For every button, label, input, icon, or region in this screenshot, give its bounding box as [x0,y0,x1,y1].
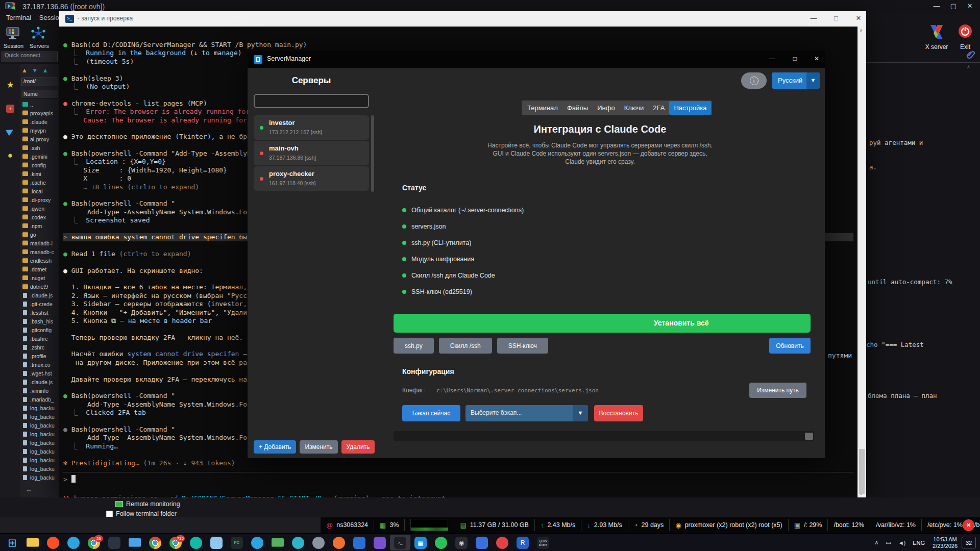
tab-Файлы[interactable]: Файлы [562,101,593,115]
macros-send-icon[interactable]: ▶ [2,123,19,140]
folder-green-icon[interactable] [267,535,288,550]
notification-badge[interactable]: 32 [962,537,976,548]
docker-icon[interactable]: ▦ [410,535,431,550]
server-list-item[interactable]: main-ovh37.187.136.86 [ssh] [254,141,369,165]
server-list-item[interactable]: investor173.212.212.157 [ssh] [254,115,369,140]
chrome-icon[interactable]: 26 [84,535,104,550]
terminal-prompt[interactable]: > [63,475,76,483]
tab-Инфо[interactable]: Инфо [593,101,619,115]
tray-chevron-icon[interactable]: ∧ [874,539,878,546]
file-row[interactable]: log_backu [21,430,59,438]
language-indicator[interactable]: ENG [913,540,925,546]
x-server-button[interactable]: X server [919,23,954,51]
teal-app-icon[interactable] [186,535,206,550]
clock[interactable]: 10:53 AM 2/23/2026 [933,536,958,549]
edit-server-button[interactable]: Изменить [300,440,337,454]
file-row[interactable]: .claude.js [21,378,59,386]
install-all-button[interactable]: Установить всё [394,314,811,333]
blue-square-app-icon[interactable] [472,535,492,550]
download-icon[interactable]: ▼ [32,67,38,74]
info-button[interactable]: i [741,72,767,89]
session-button[interactable] [5,27,22,42]
file-row[interactable]: .wget-hst [21,369,59,378]
file-row[interactable]: log_backu [21,412,59,421]
file-row[interactable]: .gemini [21,152,59,161]
maximize-button[interactable]: □ [788,55,802,62]
tab-Ключи[interactable]: Ключи [620,101,649,115]
file-row[interactable]: .bashrc [21,334,59,343]
messenger-icon[interactable] [247,535,267,550]
file-row[interactable]: .lesshst [21,308,59,317]
file-row[interactable]: log_backu [21,447,59,456]
whatsapp-icon[interactable] [431,535,451,550]
file-row[interactable]: .ssh [21,143,59,152]
speaker-icon[interactable]: ◄) [898,540,906,546]
server-search-input[interactable] [254,94,369,108]
minimize-button[interactable]: — [929,2,944,10]
backup-select[interactable]: Выберите бэкап... ▼ [465,405,588,421]
exit-button[interactable]: Exit [953,23,977,51]
pycharm-icon[interactable]: PC [227,535,247,550]
quick-share-icon[interactable]: Quick share [533,535,553,550]
maximize-button[interactable]: ▢ [946,2,961,10]
file-row[interactable]: .local [21,187,59,195]
restore-button[interactable]: Восстановить [594,405,643,421]
file-row[interactable]: endlessh [21,256,59,265]
quick-install-button[interactable]: Скилл /ssh [439,338,492,354]
brave-icon[interactable] [43,535,63,550]
backup-now-button[interactable]: Бэкап сейчас [402,405,460,421]
red-app-icon[interactable] [492,535,512,550]
change-path-button[interactable]: Изменить путь [749,383,806,398]
orange-app-icon[interactable] [329,535,349,550]
sidebar-scrollbar[interactable] [371,115,374,192]
file-row[interactable]: .codex [21,213,59,221]
file-row[interactable]: log_backu [21,464,59,473]
file-row[interactable]: .viminfo [21,386,59,395]
file-row[interactable]: log_backu [21,473,59,482]
file-row[interactable]: dotnet9 [21,282,59,291]
minimize-button[interactable]: — [806,14,821,22]
close-button[interactable]: ✕ [962,2,977,10]
maximize-button[interactable]: □ [828,14,844,22]
files-column-header[interactable]: Name [21,90,58,98]
tab-2FA[interactable]: 2FA [648,101,669,115]
file-explorer-icon[interactable] [22,535,43,550]
folder-blue-icon[interactable] [125,535,145,550]
windows-terminal-icon[interactable]: >_ [390,535,410,550]
file-row[interactable]: go [21,230,59,239]
blue-app-icon[interactable] [349,535,370,550]
games-circle-icon[interactable]: ● [4,149,16,162]
close-monitoring-icon[interactable]: ✕ [963,519,974,531]
back-arrow[interactable]: ← [26,486,32,493]
servers-button[interactable] [31,27,48,42]
quick-connect-input[interactable]: Quick connect. [2,52,58,62]
file-row[interactable]: .profile [21,352,59,360]
chrome-icon[interactable] [145,535,165,550]
chrome-icon[interactable]: 715 [165,535,186,550]
scroll-up-icon[interactable]: ∧ [967,64,970,69]
purple-app-icon[interactable] [370,535,390,550]
file-row[interactable]: mariadb-i [21,239,59,247]
terminal-scrollbar[interactable]: ∧ ∨ [857,27,866,497]
terminal-tab[interactable]: · запуск и проверка [78,15,133,22]
remote-path-input[interactable]: /root/ [21,78,58,86]
file-row[interactable]: .dotnet [21,265,59,273]
file-row[interactable]: .zshrc [21,343,59,352]
file-row[interactable]: .mariadb_ [21,395,59,404]
quick-install-button[interactable]: ssh.py [394,338,434,354]
file-row[interactable]: ai-proxy [21,135,59,143]
display-icon[interactable]: ▭ [886,539,891,546]
file-row[interactable]: .qwen [21,204,59,213]
tab-Терминал[interactable]: Терминал [523,101,562,115]
notepad-icon[interactable] [206,535,227,550]
file-row[interactable]: myvpn [21,126,59,135]
remote-monitoring-toggle[interactable]: Remote monitoring [115,500,180,508]
file-row[interactable]: mariadb-c [21,247,59,256]
close-button[interactable]: ✕ [851,14,866,22]
file-row[interactable]: .git-crede [21,299,59,308]
file-row[interactable]: .cache [21,178,59,187]
r-app-icon[interactable]: R [512,535,533,550]
tools-knife-icon[interactable]: + [4,102,16,114]
add-server-button[interactable]: + Добавить [254,440,296,454]
file-row[interactable]: log_backu [21,456,59,464]
